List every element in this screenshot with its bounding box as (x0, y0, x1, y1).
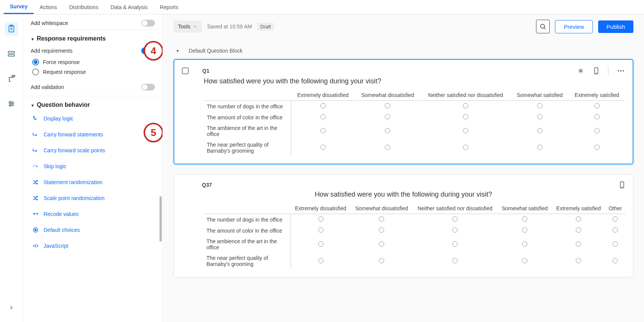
recode-values-link[interactable]: Recode values (23, 206, 163, 222)
force-response-radio[interactable] (32, 59, 39, 66)
tools-button[interactable]: Tools (174, 20, 202, 33)
matrix-radio[interactable] (385, 114, 390, 119)
question-text[interactable]: How satisfied were you with the followin… (204, 77, 625, 85)
scale-randomization-link[interactable]: Scale point randomization (23, 190, 163, 206)
matrix-radio[interactable] (594, 128, 600, 133)
question-card-q37[interactable]: Q37 How satisfied were you with the foll… (174, 174, 633, 277)
matrix-radio[interactable] (613, 241, 618, 247)
matrix-radio[interactable] (318, 216, 324, 222)
matrix-radio[interactable] (576, 241, 581, 247)
matrix-radio[interactable] (452, 241, 458, 247)
question-card-q1[interactable]: Q1 How satisfied were you with the follo… (174, 59, 633, 164)
rail-flow-icon[interactable] (5, 47, 18, 61)
tab-distributions[interactable]: Distributions (63, 0, 105, 14)
matrix-radio[interactable] (594, 114, 600, 119)
block-header[interactable]: ▼ Default Question Block (174, 42, 633, 59)
scale-header[interactable]: Somewhat dissatisfied (355, 90, 420, 101)
statement-cell[interactable]: The number of dogs in the office (203, 214, 291, 225)
matrix-radio[interactable] (522, 227, 527, 233)
response-requirements-heading[interactable]: ▼Response requirements (23, 30, 163, 44)
default-choices-link[interactable]: Default choices (23, 222, 163, 238)
preview-button[interactable]: Preview (555, 20, 592, 33)
statement-cell[interactable]: The number of dogs in the office (204, 101, 291, 112)
scrollbar-thumb[interactable] (159, 196, 162, 242)
matrix-radio[interactable] (463, 114, 468, 119)
matrix-radio[interactable] (452, 258, 458, 263)
matrix-radio[interactable] (537, 145, 542, 150)
statement-cell[interactable]: The amount of color in the office (203, 225, 291, 236)
carry-forward-statements-link[interactable]: Carry forward statements (23, 127, 163, 142)
carry-forward-scale-link[interactable]: Carry forward scale points (23, 142, 163, 158)
scale-header[interactable]: Neither satisfied nor dissatisfied (420, 90, 511, 101)
matrix-radio[interactable] (385, 128, 390, 133)
scale-header[interactable]: Extremely dissatisfied (291, 203, 351, 214)
scale-header[interactable]: Extremely satisfied (552, 203, 605, 214)
matrix-radio[interactable] (522, 241, 527, 247)
matrix-radio[interactable] (576, 258, 581, 263)
matrix-radio[interactable] (463, 103, 468, 108)
tab-survey[interactable]: Survey (4, 0, 34, 14)
matrix-radio[interactable] (320, 103, 326, 108)
scale-header[interactable]: Extremely satisfied (569, 90, 625, 101)
matrix-radio[interactable] (613, 216, 618, 222)
display-logic-link[interactable]: Display logic (23, 111, 163, 127)
matrix-radio[interactable] (576, 216, 581, 222)
matrix-radio[interactable] (379, 216, 384, 222)
matrix-radio[interactable] (452, 227, 458, 233)
scale-header[interactable]: Extremely dissatisfied (291, 90, 355, 101)
matrix-radio[interactable] (320, 145, 326, 150)
question-behavior-heading[interactable]: ▼Question behavior (23, 96, 163, 111)
scale-header[interactable]: Somewhat dissatisfied (351, 203, 413, 214)
rail-look-icon[interactable] (5, 72, 18, 86)
matrix-radio[interactable] (613, 258, 618, 263)
javascript-link[interactable]: JavaScript (23, 238, 163, 254)
matrix-radio[interactable] (537, 114, 542, 119)
add-validation-toggle[interactable] (141, 84, 155, 91)
mobile-icon[interactable] (619, 181, 625, 189)
statement-cell[interactable]: The near perfect quality of Barnaby's gr… (204, 139, 291, 156)
matrix-radio[interactable] (379, 241, 384, 247)
matrix-radio[interactable] (613, 227, 618, 233)
request-response-radio[interactable] (32, 69, 39, 75)
skip-logic-link[interactable]: Skip logic (23, 158, 163, 174)
matrix-radio[interactable] (537, 103, 542, 108)
matrix-radio[interactable] (463, 145, 468, 150)
whitespace-toggle[interactable] (141, 20, 155, 27)
matrix-radio[interactable] (320, 128, 326, 133)
asterisk-icon[interactable] (577, 67, 585, 75)
matrix-radio[interactable] (318, 241, 324, 247)
scale-header[interactable]: Other (605, 203, 625, 214)
matrix-radio[interactable] (379, 258, 384, 263)
matrix-radio[interactable] (537, 128, 542, 133)
tab-actions[interactable]: Actions (34, 0, 63, 14)
scale-header[interactable]: Somewhat satisfied (511, 90, 569, 101)
statement-cell[interactable]: The near perfect quality of Barnaby's gr… (203, 253, 291, 269)
search-button[interactable] (536, 20, 550, 33)
matrix-radio[interactable] (385, 103, 390, 108)
matrix-radio[interactable] (452, 216, 458, 222)
scale-header[interactable]: Somewhat satisfied (497, 203, 552, 214)
scale-header[interactable]: Neither satisfied nor dissatisfied (413, 203, 497, 214)
statement-randomization-link[interactable]: Statement randomization (23, 174, 163, 190)
statement-cell[interactable]: The amount of color in the office (204, 112, 291, 123)
rail-expand-icon[interactable] (5, 301, 18, 314)
matrix-radio[interactable] (320, 114, 326, 119)
matrix-radio[interactable] (522, 216, 527, 222)
mobile-icon[interactable] (593, 67, 600, 75)
matrix-radio[interactable] (318, 258, 324, 263)
matrix-radio[interactable] (385, 145, 390, 150)
matrix-radio[interactable] (318, 227, 324, 233)
matrix-radio[interactable] (379, 227, 384, 233)
statement-cell[interactable]: The ambience of the art in the office (203, 236, 291, 253)
question-text[interactable]: How satisfied were you with the followin… (181, 191, 625, 199)
matrix-radio[interactable] (594, 103, 600, 108)
select-question-checkbox[interactable] (182, 67, 189, 74)
rail-options-icon[interactable] (5, 97, 18, 111)
matrix-radio[interactable] (594, 145, 600, 150)
statement-cell[interactable]: The ambience of the art in the office (204, 123, 291, 139)
tab-reports[interactable]: Reports (154, 0, 184, 14)
matrix-radio[interactable] (576, 227, 581, 233)
more-icon[interactable] (617, 67, 625, 75)
publish-button[interactable]: Publish (598, 20, 633, 33)
matrix-radio[interactable] (522, 258, 527, 263)
